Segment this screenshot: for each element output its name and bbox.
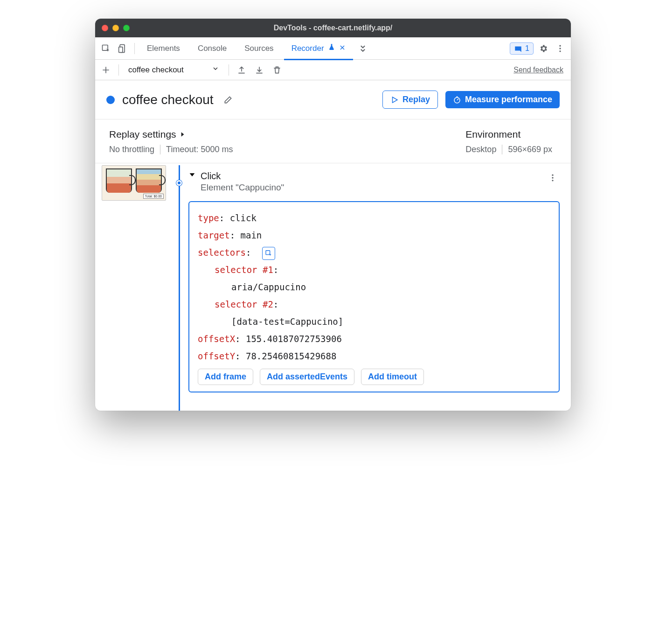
button-label: Measure performance <box>465 95 552 105</box>
window-titlebar: DevTools - coffee-cart.netlify.app/ <box>95 19 571 37</box>
svg-rect-10 <box>266 251 270 255</box>
replay-settings-values: No throttling Timeout: 5000 ms <box>109 145 238 154</box>
add-asserted-events-button[interactable]: Add assertedEvents <box>260 369 354 385</box>
recording-select-value: coffee checkout <box>128 65 184 75</box>
value[interactable]: main <box>241 230 262 240</box>
timeout-value: Timeout: 5000 ms <box>160 145 238 154</box>
recording-title: coffee checkout <box>122 92 214 107</box>
close-window-button[interactable] <box>102 25 108 31</box>
svg-rect-2 <box>119 47 123 52</box>
tab-label: Elements <box>147 44 180 53</box>
minimize-window-button[interactable] <box>112 25 119 31</box>
key: offsetY <box>198 351 235 361</box>
recording-header: coffee checkout Replay Measure performan… <box>95 80 571 119</box>
section-title: Replay settings <box>109 129 176 140</box>
step-thumbnail[interactable]: Total: $0.00 <box>102 165 166 201</box>
svg-point-3 <box>559 45 561 46</box>
thumb-price: Total: $0.00 <box>143 194 164 199</box>
throttling-value: No throttling <box>109 145 160 154</box>
key: selectors <box>198 247 246 258</box>
edit-title-icon[interactable] <box>221 93 235 107</box>
tab-recorder[interactable]: Recorder <box>284 37 353 60</box>
tab-label: Console <box>198 44 227 53</box>
step-json-panel[interactable]: type: click target: main selectors: sele… <box>188 201 560 392</box>
key: selector #1 <box>215 265 273 275</box>
collapse-step-icon[interactable] <box>188 171 196 180</box>
value[interactable]: 155.40187072753906 <box>246 334 342 344</box>
value[interactable]: click <box>230 213 257 223</box>
inspect-element-icon[interactable] <box>99 42 113 56</box>
maximize-window-button[interactable] <box>123 25 130 31</box>
device-value: Desktop <box>465 145 502 154</box>
tab-sources[interactable]: Sources <box>237 37 281 60</box>
svg-point-4 <box>559 48 561 49</box>
divider <box>229 64 229 76</box>
chevron-right-icon <box>179 129 186 140</box>
thumbnail-column: Total: $0.00 <box>95 163 170 411</box>
devtools-tab-strip: Elements Console Sources Recorder 1 <box>95 37 571 60</box>
viewport-value: 596×669 px <box>502 145 558 154</box>
divider <box>118 64 119 76</box>
button-label: Replay <box>402 95 430 105</box>
recorder-toolbar: coffee checkout Send feedback <box>95 60 571 80</box>
svg-point-5 <box>559 50 561 52</box>
key: target <box>198 230 230 240</box>
device-toolbar-icon[interactable] <box>116 42 130 56</box>
send-feedback-link[interactable]: Send feedback <box>513 66 567 74</box>
settings-gear-icon[interactable] <box>536 42 550 56</box>
export-icon[interactable] <box>235 63 249 77</box>
close-tab-icon[interactable] <box>339 44 346 53</box>
chevron-down-icon <box>212 65 219 75</box>
timeline-rail <box>170 163 188 411</box>
traffic-lights <box>102 25 130 31</box>
recording-status-dot <box>106 96 115 104</box>
tab-elements[interactable]: Elements <box>139 37 187 60</box>
add-timeout-button[interactable]: Add timeout <box>361 369 424 385</box>
tab-label: Recorder <box>291 44 324 53</box>
step-menu-icon[interactable] <box>546 171 560 185</box>
kebab-menu-icon[interactable] <box>553 42 567 56</box>
replay-button[interactable]: Replay <box>382 91 438 109</box>
step-element-label: Element "Cappucino" <box>201 182 541 193</box>
section-title: Environment <box>465 129 520 140</box>
new-recording-icon[interactable] <box>99 63 113 77</box>
selector-value[interactable]: [data-test=Cappucino] <box>231 316 343 327</box>
key: selector #2 <box>215 299 273 309</box>
delete-icon[interactable] <box>270 63 284 77</box>
tab-console[interactable]: Console <box>190 37 234 60</box>
key: type <box>198 213 219 223</box>
environment-values: Desktop 596×669 px <box>465 145 558 154</box>
window-title: DevTools - coffee-cart.netlify.app/ <box>95 24 571 32</box>
add-frame-button[interactable]: Add frame <box>198 369 253 385</box>
svg-point-9 <box>552 180 553 181</box>
value[interactable]: 78.25460815429688 <box>246 351 336 361</box>
tab-label: Sources <box>244 44 273 53</box>
steps-area: Total: $0.00 Click Element "Cappucino" <box>95 163 571 411</box>
replay-settings[interactable]: Replay settings No throttling Timeout: 5… <box>109 129 238 154</box>
svg-point-8 <box>552 177 553 178</box>
settings-row: Replay settings No throttling Timeout: 5… <box>95 119 571 163</box>
key: offsetX <box>198 334 235 344</box>
devtools-window: DevTools - coffee-cart.netlify.app/ Elem… <box>95 19 571 411</box>
step-detail: Click Element "Cappucino" type: click ta… <box>188 163 571 411</box>
issues-button[interactable]: 1 <box>510 42 534 55</box>
issues-count: 1 <box>525 44 529 53</box>
measure-performance-button[interactable]: Measure performance <box>445 91 560 108</box>
step-type-label: Click <box>201 171 541 182</box>
selector-value[interactable]: aria/Cappucino <box>231 282 306 292</box>
pick-selector-icon[interactable] <box>262 247 275 260</box>
svg-point-7 <box>552 175 553 176</box>
flask-icon <box>328 43 335 53</box>
divider <box>134 43 135 54</box>
environment-settings: Environment Desktop 596×669 px <box>465 129 558 154</box>
import-icon[interactable] <box>252 63 266 77</box>
more-tabs-icon[interactable] <box>356 42 370 56</box>
timeline-step-dot[interactable] <box>176 180 182 186</box>
recording-select[interactable]: coffee checkout <box>125 63 223 77</box>
